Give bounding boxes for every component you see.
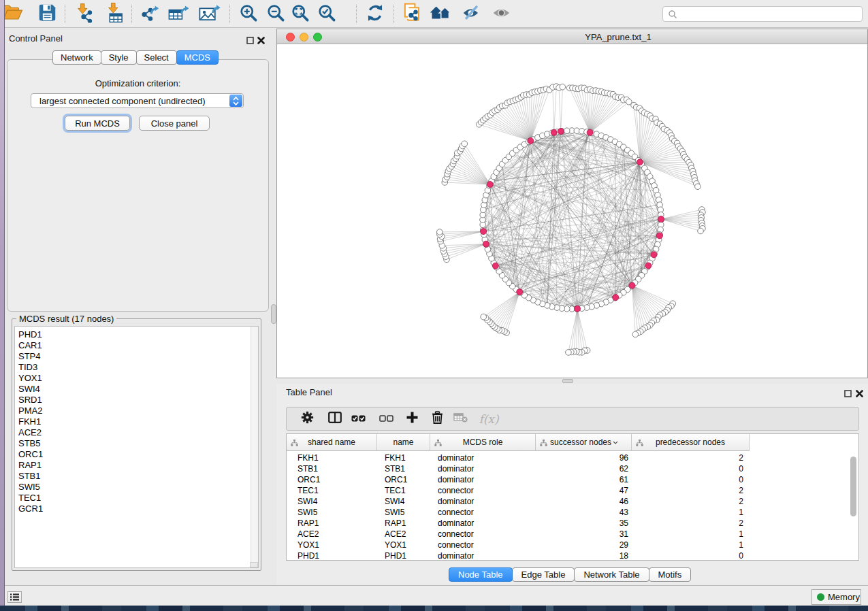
export-table-icon <box>169 3 190 24</box>
mcds-result-item[interactable]: SRD1 <box>18 395 258 406</box>
mcds-result-item[interactable]: PHD1 <box>18 329 258 340</box>
cell: ACE2 <box>287 529 377 540</box>
mcds-result-item[interactable]: STP4 <box>18 351 258 362</box>
table-row[interactable]: STB1STB1dominator620 <box>287 463 750 474</box>
mcds-result-item[interactable]: YOX1 <box>18 373 258 384</box>
column-header-predecessor-nodes[interactable]: predecessor nodes <box>632 434 750 451</box>
export-network-button[interactable] <box>140 3 161 24</box>
mcds-result-item[interactable]: RAP1 <box>18 460 258 471</box>
memory-button[interactable]: Memory <box>811 589 861 605</box>
table-row[interactable]: SWI4SWI4dominator462 <box>287 496 750 507</box>
refresh-button[interactable] <box>364 3 386 24</box>
mcds-result-item[interactable]: SWI4 <box>18 384 258 395</box>
close-traffic-light[interactable] <box>286 33 295 42</box>
cell: 0 <box>632 550 750 561</box>
show-all-button[interactable] <box>491 3 513 24</box>
horizontal-splitter-grip[interactable] <box>562 379 573 383</box>
attribute-icon <box>291 439 298 448</box>
cell: 47 <box>536 485 632 496</box>
zoom-in-button[interactable] <box>238 3 259 24</box>
zoom-selected-button[interactable] <box>316 3 338 24</box>
tab-motifs[interactable]: Motifs <box>649 567 692 582</box>
tab-mcds[interactable]: MCDS <box>176 50 219 65</box>
attribute-icon <box>636 439 643 448</box>
table-row[interactable]: YOX1YOX1connector291 <box>287 540 750 550</box>
status-list-button[interactable] <box>7 591 22 603</box>
select-all-button[interactable] <box>347 408 370 430</box>
table-row[interactable]: PHD1PHD1dominator180 <box>287 550 750 561</box>
mcds-result-item[interactable]: ORC1 <box>18 449 258 460</box>
mcds-result-item[interactable]: PMA2 <box>18 406 258 416</box>
columns-button[interactable] <box>323 408 347 430</box>
column-header-name[interactable]: name <box>377 434 430 451</box>
tab-edge-table[interactable]: Edge Table <box>512 567 575 582</box>
deselect-all-button[interactable] <box>374 408 398 430</box>
add-button[interactable] <box>400 408 423 430</box>
mcds-result-item[interactable]: GCR1 <box>18 503 258 514</box>
tab-network[interactable]: Network <box>52 50 101 65</box>
toolbar-separator <box>356 5 357 23</box>
node-table[interactable]: shared namenameMCDS rolesuccessor nodesp… <box>286 433 859 561</box>
list-scrollbar[interactable] <box>251 327 258 562</box>
table-row[interactable]: FKH1FKH1dominator962 <box>287 452 750 463</box>
close-panel-button[interactable]: Close panel <box>139 116 210 131</box>
table-panel-close-icon[interactable] <box>856 388 863 400</box>
cell: connector <box>430 529 536 540</box>
table-row[interactable]: RAP1RAP1dominator352 <box>287 518 750 529</box>
mcds-result-item[interactable]: CAR1 <box>18 340 258 351</box>
table-header: shared namenameMCDS rolesuccessor nodesp… <box>287 434 750 451</box>
control-panel-float-icon[interactable] <box>246 35 254 47</box>
panel-splitter-grip[interactable] <box>271 304 276 324</box>
mcds-result-item[interactable]: STB1 <box>18 471 258 482</box>
table-scrollbar[interactable] <box>850 457 856 516</box>
refresh-icon <box>366 4 384 24</box>
import-table-button[interactable] <box>103 3 125 24</box>
tab-network-table[interactable]: Network Table <box>574 567 649 582</box>
table-row[interactable]: ORC1ORC1dominator610 <box>287 474 750 485</box>
attribute-icon <box>434 439 442 448</box>
mcds-result-item[interactable]: FKH1 <box>18 416 258 427</box>
table-panel-float-icon[interactable] <box>844 388 852 400</box>
delete-table-button[interactable] <box>449 408 472 430</box>
mcds-result-item[interactable]: STB5 <box>18 438 258 449</box>
home-button[interactable] <box>430 3 452 24</box>
tab-style[interactable]: Style <box>101 50 137 65</box>
network-window-titlebar[interactable]: YPA_prune.txt_1 <box>277 29 867 44</box>
mcds-result-item[interactable]: TEC1 <box>18 493 258 503</box>
mcds-result-item[interactable]: SWI5 <box>18 482 258 493</box>
settings-button[interactable] <box>295 408 319 430</box>
zoom-out-button[interactable] <box>265 3 287 24</box>
column-header-successor-nodes[interactable]: successor nodes <box>536 434 632 451</box>
hide-selected-icon <box>462 4 481 24</box>
network-canvas[interactable] <box>277 44 867 378</box>
table-row[interactable]: ACE2ACE2connector311 <box>287 529 750 540</box>
table-row[interactable]: TEC1TEC1connector472 <box>287 485 750 496</box>
delete-button[interactable] <box>425 408 449 430</box>
optimization-criterion-select[interactable]: largest connected component (undirected) <box>31 93 244 108</box>
table-row[interactable]: SWI5SWI5connector431 <box>287 507 750 518</box>
mcds-result-item[interactable]: ACE2 <box>18 427 258 438</box>
function-button[interactable]: f(x) <box>477 408 500 430</box>
minimize-traffic-light[interactable] <box>300 33 308 42</box>
import-network-button[interactable] <box>73 3 95 24</box>
export-image-button[interactable] <box>199 3 221 24</box>
zoom-fit-button[interactable] <box>289 3 311 24</box>
run-mcds-button[interactable]: Run MCDS <box>65 116 130 131</box>
tab-select[interactable]: Select <box>136 50 177 65</box>
search-input[interactable] <box>662 6 863 22</box>
column-header-MCDS-role[interactable]: MCDS role <box>430 434 536 451</box>
cell: dominator <box>430 452 536 463</box>
hide-selected-button[interactable] <box>460 3 482 24</box>
duplicate-network-button[interactable] <box>401 3 423 24</box>
column-header-shared-name[interactable]: shared name <box>287 434 377 451</box>
zoom-in-icon <box>240 4 257 24</box>
maximize-traffic-light[interactable] <box>313 33 322 42</box>
save-button[interactable] <box>36 3 58 24</box>
mcds-result-list[interactable]: PHD1CAR1STP4TID3YOX1SWI4SRD1PMA2FKH1ACE2… <box>14 326 259 568</box>
mcds-tab-content: Optimization criterion: largest connecte… <box>7 59 269 312</box>
export-table-button[interactable] <box>168 3 190 24</box>
control-panel-close-icon[interactable] <box>257 35 265 47</box>
mcds-result-item[interactable]: TID3 <box>18 362 258 373</box>
cell: 2 <box>632 496 750 507</box>
tab-node-table[interactable]: Node Table <box>449 567 513 582</box>
